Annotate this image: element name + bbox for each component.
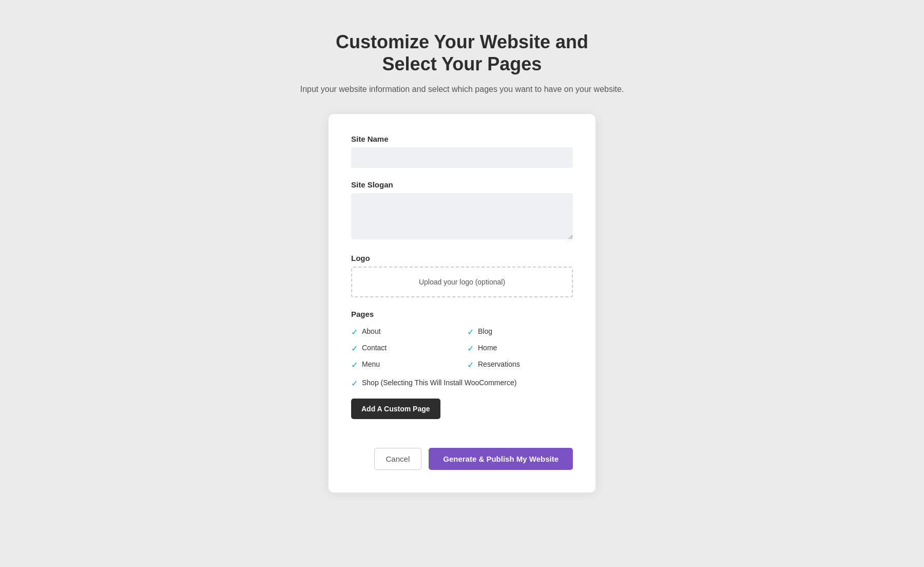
page-subtitle: Input your website information and selec… (300, 83, 624, 96)
check-icon-blog: ✓ (467, 327, 474, 337)
page-label-about: About (362, 327, 381, 337)
page-title: Customize Your Website and Select Your P… (300, 31, 624, 75)
check-icon-shop: ✓ (351, 379, 358, 388)
outer-wrapper: Site Name Site Slogan Logo Upload your l… (10, 114, 914, 493)
page-label-home: Home (478, 343, 497, 353)
footer-actions: Cancel Generate & Publish My Website (351, 448, 573, 470)
page-label-reservations: Reservations (478, 360, 520, 370)
page-item-about[interactable]: ✓ About (351, 327, 457, 337)
check-icon-contact: ✓ (351, 344, 358, 353)
site-name-label: Site Name (351, 135, 573, 143)
page-header: Customize Your Website and Select Your P… (300, 31, 624, 96)
pages-label: Pages (351, 310, 573, 318)
site-name-input[interactable] (351, 147, 573, 168)
page-label-contact: Contact (362, 343, 387, 353)
check-icon-about: ✓ (351, 327, 358, 337)
form-card: Site Name Site Slogan Logo Upload your l… (329, 114, 595, 493)
logo-upload-area[interactable]: Upload your logo (optional) (351, 267, 573, 297)
pages-grid: ✓ About ✓ Blog ✓ Contact ✓ Home (351, 327, 573, 370)
page-label-shop: Shop (Selecting This Will Install WooCom… (362, 378, 516, 388)
page-item-blog[interactable]: ✓ Blog (467, 327, 573, 337)
site-name-group: Site Name (351, 135, 573, 168)
pages-group: Pages ✓ About ✓ Blog ✓ Contact (351, 310, 573, 436)
site-slogan-group: Site Slogan (351, 180, 573, 241)
page-label-menu: Menu (362, 360, 380, 370)
page-item-shop[interactable]: ✓ Shop (Selecting This Will Install WooC… (351, 378, 573, 388)
page-item-menu[interactable]: ✓ Menu (351, 360, 457, 370)
check-icon-menu: ✓ (351, 360, 358, 370)
site-slogan-input[interactable] (351, 193, 573, 239)
check-icon-reservations: ✓ (467, 360, 474, 370)
site-slogan-label: Site Slogan (351, 180, 573, 189)
logo-label: Logo (351, 254, 573, 262)
cancel-button[interactable]: Cancel (374, 448, 422, 470)
logo-upload-text: Upload your logo (optional) (419, 278, 505, 286)
add-custom-page-button[interactable]: Add A Custom Page (351, 399, 440, 419)
page-item-home[interactable]: ✓ Home (467, 343, 573, 353)
check-icon-home: ✓ (467, 344, 474, 353)
logo-group: Logo Upload your logo (optional) (351, 254, 573, 297)
page-item-reservations[interactable]: ✓ Reservations (467, 360, 573, 370)
publish-button[interactable]: Generate & Publish My Website (429, 448, 573, 470)
page-label-blog: Blog (478, 327, 492, 337)
page-item-contact[interactable]: ✓ Contact (351, 343, 457, 353)
